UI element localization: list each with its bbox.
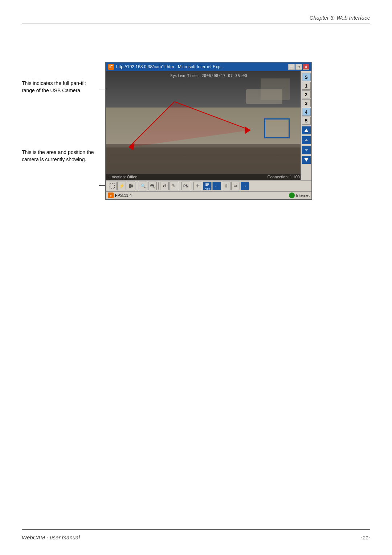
top-divider (22, 24, 370, 24)
auto-button[interactable]: Auto (203, 182, 212, 190)
preset-5-button[interactable]: 5 (302, 117, 311, 125)
preset-sidebar: S 1 2 3 4 5 (301, 71, 311, 180)
rotate-cw-button[interactable]: ↻ (170, 182, 178, 190)
browser-statusbar: e FPS:11.4 Internet (106, 191, 311, 199)
browser-window: IE http://192.168.0.38/cam1f.htm - Micro… (105, 62, 312, 200)
svg-rect-20 (205, 182, 210, 187)
preset-4-button[interactable]: 4 (302, 108, 311, 116)
svg-marker-7 (305, 149, 308, 151)
browser-titlebar: IE http://192.168.0.38/cam1f.htm - Micro… (106, 62, 311, 71)
pan-up-fast-button[interactable] (302, 126, 311, 134)
system-time: System Time: 2006/08/17 07:35:00 (170, 73, 247, 78)
pn-button[interactable]: PN (181, 182, 190, 190)
preset-1-button[interactable]: 1 (302, 82, 311, 90)
pan-up-button[interactable] (302, 136, 311, 144)
svg-marker-6 (305, 139, 308, 141)
browser-icon: IE (108, 64, 114, 70)
svg-marker-5 (304, 129, 309, 132)
zoom-out-button[interactable] (148, 182, 157, 190)
separator-4 (192, 182, 192, 190)
location-text: Location: Office (110, 175, 137, 179)
bottom-divider (22, 529, 370, 530)
preset-3-button[interactable]: 3 (302, 99, 311, 107)
camera-view[interactable]: System Time: 2006/08/17 07:35:00 (106, 71, 311, 180)
move-button[interactable]: ✛ (193, 182, 202, 190)
current-area-annotation: This is the area and position the camera… (22, 149, 94, 163)
camera-status-bar: Location: Office Connection: 1 100.0 % (106, 174, 311, 180)
nav-left-button[interactable]: ← (212, 182, 221, 190)
internet-text: Internet (296, 193, 310, 198)
internet-icon (289, 193, 295, 198)
close-button[interactable]: ✕ (303, 64, 309, 70)
chapter-header: Chapter 3: Web Interface (310, 15, 370, 21)
camera-and-sidebar: System Time: 2006/08/17 07:35:00 (106, 71, 311, 180)
zoom-in-button[interactable]: 🔍 (139, 182, 147, 190)
pan-down-button[interactable] (302, 146, 311, 154)
browser-title: http://192.168.0.38/cam1f.htm - Microsof… (116, 64, 224, 69)
svg-point-12 (131, 185, 133, 187)
audio-button[interactable]: ⚡ (117, 182, 126, 190)
svg-line-18 (153, 187, 155, 188)
separator-3 (180, 182, 180, 190)
restore-button[interactable]: □ (295, 64, 302, 70)
preset-s-button[interactable]: S (302, 73, 311, 81)
page-number: -11- (360, 534, 370, 540)
pan-tilt-annotation: This indicates the full pan-tilt range o… (22, 80, 94, 94)
nav-up-button[interactable]: ⇧ (222, 182, 230, 190)
nav-right-fast-button[interactable]: → (241, 182, 249, 190)
svg-marker-8 (304, 158, 309, 162)
statusbar-right: Internet (289, 193, 310, 198)
svg-point-13 (129, 186, 131, 188)
svg-point-11 (129, 184, 131, 186)
pan-down-fast-button[interactable] (302, 156, 311, 164)
current-position-box (264, 118, 290, 138)
minimize-button[interactable]: ─ (288, 64, 295, 70)
separator-2 (158, 182, 159, 190)
manual-name: WebCAM - user manual (22, 534, 80, 540)
fps-text: FPS:11.4 (115, 193, 132, 198)
filter-button[interactable] (127, 182, 135, 190)
titlebar-buttons: ─ □ ✕ (288, 64, 309, 70)
separator-1 (137, 182, 137, 190)
toolbar: ⚡ 🔍 (106, 180, 311, 191)
crop-tool-button[interactable] (108, 182, 117, 190)
titlebar-left: IE http://192.168.0.38/cam1f.htm - Micro… (108, 64, 224, 70)
statusbar-icon: e (108, 193, 114, 198)
statusbar-left: e FPS:11.4 (108, 193, 132, 198)
preset-2-button[interactable]: 2 (302, 90, 311, 98)
nav-right-button[interactable]: ⇨ (231, 182, 240, 190)
svg-rect-9 (110, 184, 114, 188)
rotate-ccw-button[interactable]: ↺ (160, 182, 169, 190)
